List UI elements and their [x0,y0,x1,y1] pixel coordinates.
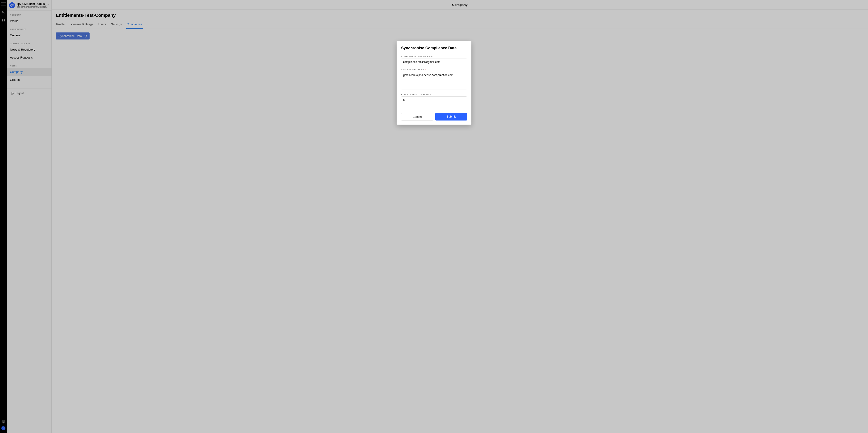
modal-title: Synchronise Compliance Data [401,46,467,50]
public-expert-threshold-label: PUBLIC EXPERT THRESHOLD [401,93,467,95]
compliance-sync-modal: Synchronise Compliance Data COMPLIANCE O… [397,41,471,124]
cancel-button[interactable]: Cancel [401,113,433,120]
public-expert-threshold-input[interactable] [401,96,467,103]
analyst-whitelist-label: ANALYST WHITELIST * [401,68,467,71]
analyst-whitelist-input[interactable] [401,72,467,89]
compliance-email-label: COMPLIANCE OFFICER EMAIL * [401,55,467,58]
submit-button[interactable]: Submit [435,113,467,120]
modal-backdrop[interactable]: Synchronise Compliance Data COMPLIANCE O… [0,0,868,433]
compliance-email-input[interactable] [401,59,467,65]
